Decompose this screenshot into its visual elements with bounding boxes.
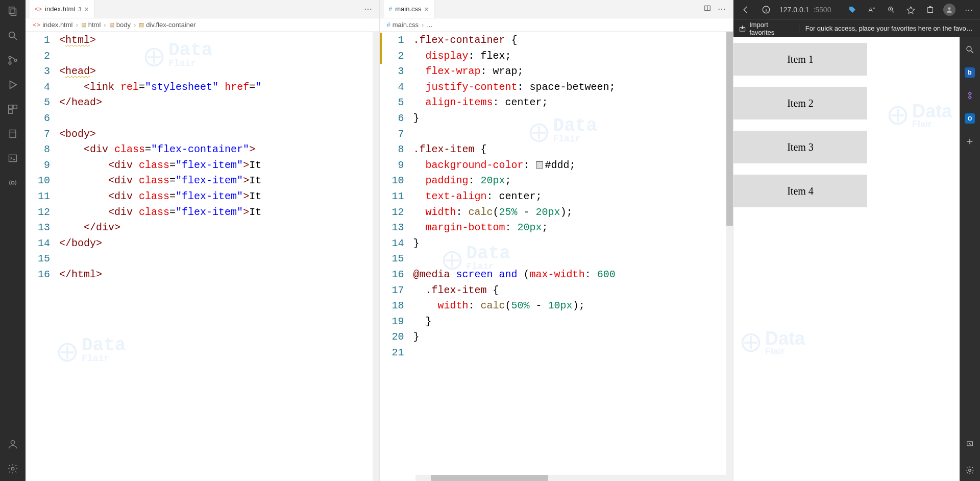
svg-point-16 [11,467,14,470]
vertical-scrollbar[interactable] [373,32,379,481]
outlook-icon[interactable]: O [965,113,975,124]
svg-line-38 [971,51,973,53]
breadcrumbs-left: <> index.html› ▧html› ▧body› ▧div.flex-c… [26,18,379,32]
tab-main-css[interactable]: # main.css × [384,0,434,18]
rendered-page: Item 1Item 2Item 3Item 4 [733,37,957,481]
address-bar[interactable]: 127.0.0.1:5500 [779,6,831,14]
change-indicator [380,33,382,64]
svg-point-14 [11,181,14,184]
svg-rect-11 [10,130,16,138]
breadcrumb-item[interactable]: <> index.html [33,21,72,29]
breadcrumb-item[interactable]: ... [427,21,432,29]
preview-flex-item: Item 2 [733,87,867,119]
account-icon[interactable] [6,437,20,451]
breadcrumb-item[interactable]: ▧html [81,21,101,29]
favorites-star-icon[interactable] [904,4,917,16]
shopping-tag-icon[interactable] [846,4,859,16]
run-debug-icon[interactable] [6,78,20,92]
browser-viewport[interactable]: Item 1Item 2Item 3Item 4 DataFlair DataF… [733,37,960,481]
svg-marker-30 [907,7,914,13]
search-icon[interactable] [6,29,20,43]
horizontal-scrollbar[interactable] [415,475,726,481]
code-editor-right[interactable]: 123456789101112131415161718192021 .flex-… [380,32,733,481]
back-button[interactable] [739,3,753,17]
browser-settings-icon[interactable] [964,465,975,476]
separator [799,24,799,33]
favorites-hint-text: For quick access, place your favorites h… [805,25,975,32]
breadcrumb-item[interactable]: ▧div.flex-container [139,21,195,29]
add-tool-icon[interactable] [964,136,975,147]
svg-point-33 [948,7,951,10]
line-gutter: 123456789101112131415161718192021 [380,32,413,481]
more-actions-icon[interactable]: ⋯ [361,4,375,14]
editor-pane-left: <> index.html 3 × ⋯ <> index.html› ▧html… [26,0,380,481]
svg-rect-10 [9,110,12,113]
svg-rect-32 [929,6,931,8]
tab-label: main.css [395,5,421,13]
extensions-icon[interactable] [6,102,20,116]
scrollbar-thumb[interactable] [726,32,733,226]
svg-point-15 [11,441,14,444]
svg-rect-13 [9,155,17,161]
favorites-bar: Import favorites For quick access, place… [733,19,980,37]
split-editor-icon[interactable] [700,5,715,14]
svg-rect-8 [9,105,12,109]
svg-point-6 [14,59,17,62]
close-icon[interactable]: × [84,5,88,13]
copilot-icon[interactable] [964,90,975,101]
live-icon[interactable] [6,176,20,190]
css-file-icon: # [389,6,393,13]
breadcrumb-item[interactable]: # main.css [387,21,419,29]
source-control-icon[interactable] [6,53,20,67]
tab-label: index.html [45,5,75,13]
url-port: :5500 [813,6,831,14]
browser-toolbar: 127.0.0.1:5500 A» ⋯ [733,0,980,19]
site-info-icon[interactable] [760,4,772,16]
editor-group: <> index.html 3 × ⋯ <> index.html› ▧html… [26,0,733,481]
code-content[interactable]: <html><head> <link rel="stylesheet" href… [59,32,379,481]
vscode-activity-bar [0,0,26,481]
preview-flex-item: Item 4 [733,175,867,207]
profile-avatar[interactable] [943,4,955,16]
svg-point-4 [9,56,11,59]
extensions-browser-icon[interactable] [924,4,936,16]
close-icon[interactable]: × [424,5,428,13]
svg-line-3 [14,37,17,40]
code-content[interactable]: .flex-container { display: flex; flex-wr… [413,32,733,481]
more-menu-icon[interactable]: ⋯ [963,4,975,16]
bing-icon[interactable]: b [965,67,975,78]
tab-dirty-count: 3 [78,6,81,12]
code-editor-left[interactable]: 12345678910111213141516 <html><head> <li… [26,32,379,481]
browser-sidebar: b O [960,37,980,481]
svg-rect-31 [927,7,933,12]
vertical-scrollbar[interactable] [726,32,733,481]
zoom-icon[interactable] [885,4,897,16]
read-aloud-icon[interactable]: A» [866,4,878,16]
svg-point-37 [967,46,971,51]
browser-preview: 127.0.0.1:5500 A» ⋯ Import favorites For… [733,0,980,481]
breadcrumbs-right: # main.css› ... [380,18,733,32]
tab-bar-right: # main.css × ⋯ [380,0,733,18]
breadcrumb-item[interactable]: ▧body [109,21,131,29]
preview-flex-item: Item 1 [733,43,867,76]
svg-line-29 [892,11,894,12]
html-file-icon: <> [35,6,42,13]
collapse-sidebar-icon[interactable] [964,438,975,449]
tab-index-html[interactable]: <> index.html 3 × [30,0,94,18]
terminal-icon[interactable] [6,151,20,165]
url-host: 127.0.0.1 [779,6,809,14]
tab-bar-left: <> index.html 3 × ⋯ [26,0,379,18]
settings-gear-icon[interactable] [6,462,20,476]
scrollbar-thumb[interactable] [431,475,548,481]
import-favorites-button[interactable]: Import favorites [739,21,793,36]
sidebar-search-icon[interactable] [964,44,975,55]
line-gutter: 12345678910111213141516 [26,32,59,481]
preview-flex-item: Item 3 [733,131,867,163]
explorer-icon[interactable] [6,4,20,18]
editor-pane-right: # main.css × ⋯ # main.css› ... 123456789… [380,0,734,481]
svg-point-42 [969,469,971,472]
bookmark-icon[interactable] [6,127,20,141]
more-actions-icon[interactable]: ⋯ [715,4,729,14]
svg-rect-9 [13,105,17,109]
svg-point-5 [9,62,11,64]
